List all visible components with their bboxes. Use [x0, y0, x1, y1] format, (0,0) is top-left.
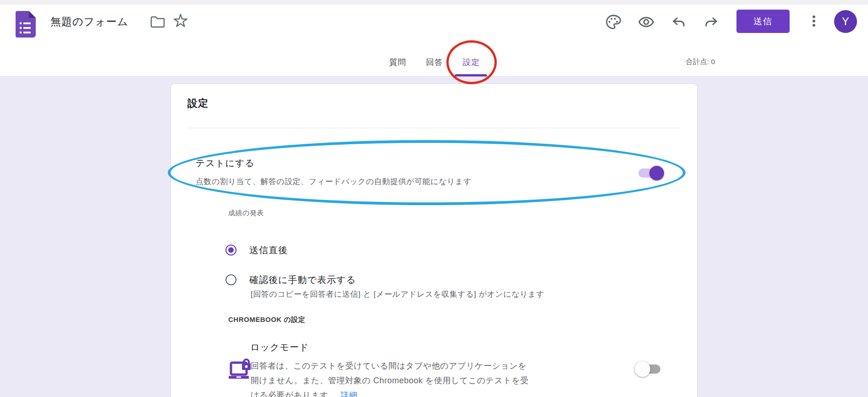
- divider: [187, 128, 681, 128]
- radio-release-after-review[interactable]: 確認後に手動で表示する: [225, 274, 356, 286]
- lock-mode-description-line2: 開けません。また、管理対象の Chromebook を使用してこのテストを受: [251, 375, 529, 386]
- locked-laptop-icon: [229, 358, 253, 383]
- radio-release-after-review-note: [回答のコピーを回答者に送信] と [メールアドレスを収集する] がオンになりま…: [251, 289, 544, 299]
- lock-mode-title: ロックモード: [250, 341, 309, 353]
- quiz-setting-description: 点数の割り当て、解答の設定、フィードバックの自動提供が可能になります: [196, 176, 472, 187]
- eye-icon: [637, 13, 655, 31]
- lock-mode-learn-more-link[interactable]: 詳細: [341, 391, 357, 397]
- send-button[interactable]: 送信: [736, 10, 790, 33]
- radio-selected-icon: [225, 245, 236, 256]
- move-to-folder-button[interactable]: [148, 13, 167, 31]
- theme-customize-button[interactable]: [604, 13, 622, 31]
- redo-icon: [703, 14, 720, 30]
- palette-icon: [605, 14, 621, 30]
- kebab-icon: [806, 13, 822, 29]
- settings-page: 設定 テストにする 点数の割り当て、解答の設定、フィードバックの自動提供が可能に…: [0, 77, 868, 397]
- lock-mode-toggle[interactable]: [637, 364, 660, 374]
- toggle-thumb: [649, 166, 664, 180]
- redo-button[interactable]: [702, 13, 720, 31]
- total-points-label: 合計点: 0: [686, 57, 715, 67]
- lock-mode-description-line3: ける必要があります。詳細: [251, 390, 357, 397]
- undo-icon: [670, 14, 687, 30]
- chromebook-section-label: CHROMEBOOK の設定: [228, 315, 305, 324]
- app-header: 無題のフォーム: [0, 5, 868, 76]
- lock-mode-description-line1: 回答者は、このテストを受けている間はタブや他のアプリケーションを: [251, 360, 527, 371]
- window-top-strip: [0, 0, 868, 5]
- radio-unselected-icon: [225, 274, 236, 285]
- radio-label: 送信直後: [249, 244, 288, 256]
- tab-responses[interactable]: 回答: [416, 48, 453, 76]
- undo-button[interactable]: [670, 13, 688, 31]
- quiz-toggle[interactable]: [638, 169, 662, 178]
- tab-questions[interactable]: 質問: [379, 48, 416, 76]
- star-icon: [172, 13, 189, 29]
- google-forms-settings-screen: 無題のフォーム: [0, 0, 868, 397]
- radio-release-immediately[interactable]: 送信直後: [225, 244, 288, 256]
- tab-settings[interactable]: 設定: [453, 48, 489, 76]
- radio-label: 確認後に手動で表示する: [249, 274, 356, 286]
- lock-mode-description-text: ける必要があります。: [251, 391, 337, 397]
- settings-heading: 設定: [187, 97, 209, 110]
- more-options-button[interactable]: [805, 12, 823, 30]
- settings-card: 設定 テストにする 点数の割り当て、解答の設定、フィードバックの自動提供が可能に…: [170, 83, 698, 397]
- folder-icon: [150, 16, 165, 28]
- quiz-setting-title: テストにする: [196, 157, 255, 169]
- star-button[interactable]: [171, 12, 190, 30]
- toggle-thumb: [635, 361, 650, 377]
- forms-logo-icon[interactable]: [16, 11, 36, 38]
- tab-bar: 質問 回答 設定 合計点: 0: [0, 48, 868, 76]
- form-title[interactable]: 無題のフォーム: [50, 15, 128, 29]
- active-tab-underline: [455, 74, 487, 76]
- preview-button[interactable]: [637, 13, 655, 31]
- grade-release-label: 成績の発表: [228, 209, 264, 218]
- account-avatar[interactable]: Y: [834, 10, 857, 33]
